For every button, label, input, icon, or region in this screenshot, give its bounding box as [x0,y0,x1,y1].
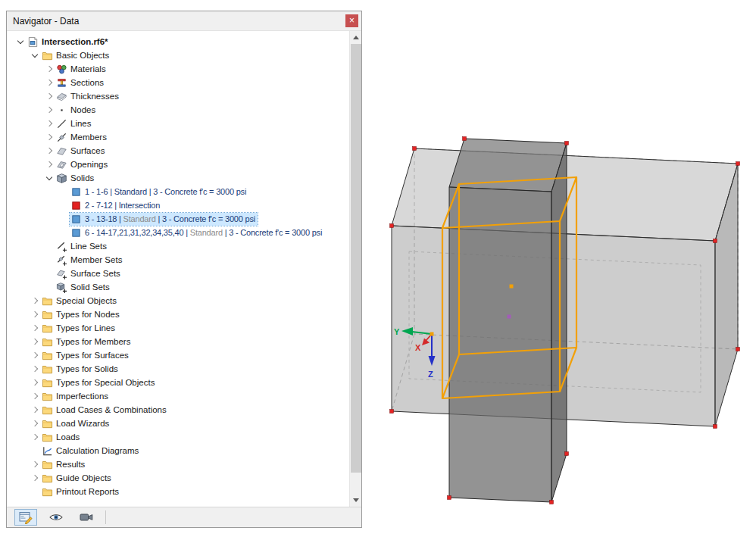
expand-chevron-icon[interactable] [43,80,55,85]
tree-item-line-sets[interactable]: Line Sets [7,239,349,253]
tree-item-surface-sets[interactable]: Surface Sets [7,267,349,280]
tree-item-types-for-lines[interactable]: Types for Lines [7,321,349,335]
expand-chevron-icon[interactable] [29,407,41,412]
expand-chevron-icon[interactable] [29,435,41,439]
collapse-chevron-icon[interactable] [43,176,55,179]
sections-icon [55,76,67,89]
folder-icon [41,390,53,402]
tree-item-solid-sets[interactable]: Solid Sets [7,280,349,294]
surfaces-icon [55,145,67,157]
tree-item-content: Materials [55,63,108,76]
tree-item-results[interactable]: Results [7,457,349,471]
tree-item-imperfections[interactable]: Imperfections [7,389,349,403]
members-icon [55,131,67,143]
tree-item-member-sets[interactable]: Member Sets [7,253,349,267]
expand-chevron-icon[interactable] [29,394,41,398]
tree-item-special-objects[interactable]: Special Objects [7,294,349,307]
folder-icon [41,363,53,375]
tree-item-label: Printout Reports [56,487,119,496]
expand-chevron-icon[interactable] [29,298,41,303]
expand-chevron-icon[interactable] [29,421,41,426]
close-button[interactable]: × [345,14,358,27]
tree-item-content: 1 - 1-6 | Standard | 3 - Concrete f'c = … [70,186,248,198]
tree-item-solid-1[interactable]: 1 - 1-6 | Standard | 3 - Concrete f'c = … [7,185,349,198]
collapse-chevron-icon[interactable] [29,54,41,57]
folder-icon [41,485,53,498]
tree-item-types-for-nodes[interactable]: Types for Nodes [7,307,349,321]
expand-chevron-icon[interactable] [29,312,41,317]
tree-item-materials[interactable]: Materials [7,62,349,76]
tree-item-label: Intersection.rf6* [42,37,108,46]
expand-chevron-icon[interactable] [29,367,41,371]
tree-item-solid-2[interactable]: 2 - 7-12 | Intersection [7,198,349,212]
collapse-chevron-icon[interactable] [14,40,27,43]
tree-item-load-wizards[interactable]: Load Wizards [7,417,349,430]
solid-red-icon [70,199,82,211]
nodes-icon [55,104,67,116]
data-navigator-tab[interactable] [14,509,37,526]
folder-icon [41,49,53,61]
tree-item-root-intersection-rf6[interactable]: Intersection.rf6* [7,35,349,48]
tree-item-label: Types for Solids [56,364,118,373]
tree-item-openings[interactable]: Openings [7,158,349,171]
expand-chevron-icon[interactable] [43,162,55,167]
tree-item-lines[interactable]: Lines [7,117,349,130]
x-axis-label: X [415,343,421,352]
member-sets-icon [55,254,67,266]
tree-item-label: Lines [70,119,92,128]
navigator-tabs [7,507,361,527]
panel-titlebar[interactable]: Navigator - Data × [7,11,361,31]
expand-chevron-icon[interactable] [29,462,41,467]
navigator-tree: Intersection.rf6*Basic ObjectsMaterialsS… [7,31,349,507]
tree-item-members[interactable]: Members [7,130,349,144]
tree-item-printout-reports[interactable]: Printout Reports [7,485,349,498]
scroll-up-button[interactable] [350,31,361,44]
tree-item-thicknesses[interactable]: Thicknesses [7,89,349,103]
display-navigator-tab[interactable] [45,509,67,526]
expand-chevron-icon[interactable] [29,339,41,344]
tree-item-types-for-members[interactable]: Types for Members [7,335,349,348]
tree-item-label: Imperfections [56,392,108,401]
expand-chevron-icon[interactable] [29,476,41,480]
panel-title: Navigator - Data [7,16,79,27]
tree-item-content: Loads [41,431,82,444]
expand-chevron-icon[interactable] [29,326,41,330]
tree-item-sections[interactable]: Sections [7,76,349,89]
column-solid[interactable] [449,139,567,502]
tree-item-solids[interactable]: Solids [7,171,349,185]
expand-chevron-icon[interactable] [29,353,41,357]
scrollbar[interactable] [349,31,361,507]
tree-item-solid-6[interactable]: 6 - 14-17,21,31,32,34,35,40 | Standard |… [7,226,349,239]
tree-item-surfaces[interactable]: Surfaces [7,144,349,158]
expand-chevron-icon[interactable] [43,67,55,71]
expand-chevron-icon[interactable] [29,380,41,385]
down-arrow-icon [353,498,359,502]
tree-item-content: Types for Surfaces [41,349,131,362]
expand-chevron-icon[interactable] [43,148,55,153]
tree-item-label: Results [56,460,85,469]
tree-item-loads[interactable]: Loads [7,430,349,444]
tree-item-types-for-solids[interactable]: Types for Solids [7,362,349,376]
tree-item-solid-3[interactable]: 3 - 13-18 | Standard | 3 - Concrete f'c … [7,212,349,226]
scrollbar-thumb[interactable] [351,44,361,473]
tree-item-types-for-special-objects[interactable]: Types for Special Objects [7,376,349,389]
scroll-down-button[interactable] [350,494,361,507]
expand-chevron-icon[interactable] [43,108,55,112]
tree-item-basic-objects[interactable]: Basic Objects [7,48,349,62]
tree-item-content: Solids [55,172,96,185]
tree-item-nodes[interactable]: Nodes [7,103,349,117]
tree-item-guide-objects[interactable]: Guide Objects [7,471,349,485]
tree-item-types-for-surfaces[interactable]: Types for Surfaces [7,348,349,362]
tree-item-calculation-diagrams[interactable]: Calculation Diagrams [7,444,349,457]
expand-chevron-icon[interactable] [43,121,55,126]
tree-item-content: Types for Solids [41,363,120,376]
3d-viewport[interactable]: Y Z X [362,0,756,540]
navigator-panel: Navigator - Data × Intersection.rf6*Basi… [6,11,362,528]
expand-chevron-icon[interactable] [43,94,55,98]
views-navigator-tab[interactable] [75,509,98,526]
tree-item-label: Thicknesses [70,92,119,101]
folder-icon [41,322,53,334]
expand-chevron-icon[interactable] [43,135,55,139]
tree-item-load-cases-and-combinations[interactable]: Load Cases & Combinations [7,403,349,417]
tree-item-content: Types for Special Objects [41,376,157,389]
